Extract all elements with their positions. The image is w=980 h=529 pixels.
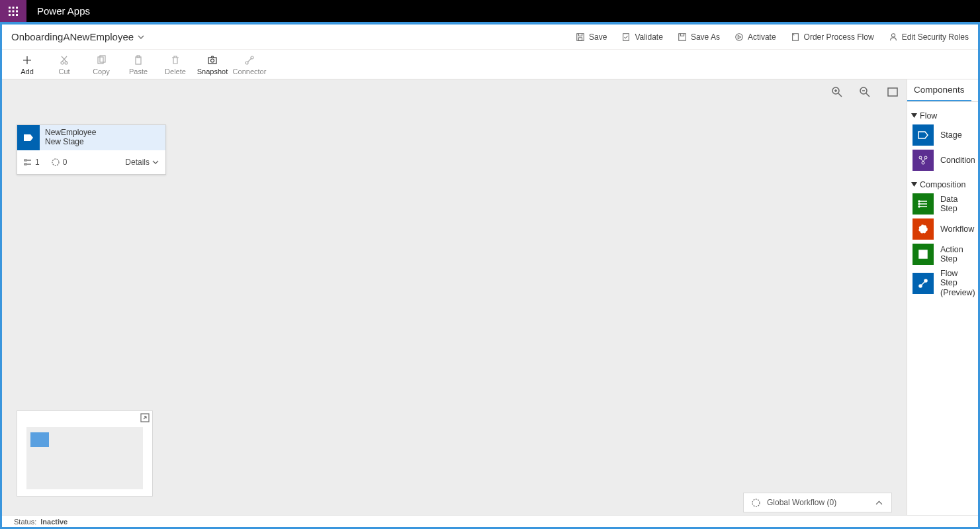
zoom-out-button[interactable] bbox=[859, 86, 871, 98]
snapshot-button[interactable]: Snapshot bbox=[194, 54, 231, 75]
app-title: Power Apps bbox=[26, 5, 101, 17]
stage-card[interactable]: NewEmployee New Stage 1 0 Details bbox=[17, 124, 166, 175]
svg-rect-12 bbox=[679, 33, 686, 40]
connector-icon bbox=[244, 55, 255, 66]
svg-rect-6 bbox=[9, 14, 11, 16]
component-stage-label: Stage bbox=[940, 130, 962, 140]
collapse-triangle-icon bbox=[911, 113, 917, 119]
add-label: Add bbox=[21, 68, 34, 75]
save-as-button[interactable]: Save As bbox=[678, 32, 720, 42]
minimap-expand-icon[interactable] bbox=[140, 413, 150, 422]
order-process-flow-button[interactable]: Order Process Flow bbox=[791, 32, 874, 42]
component-data-step[interactable]: Data Step bbox=[913, 193, 975, 215]
stage-titles: NewEmployee New Stage bbox=[40, 125, 165, 150]
component-stage[interactable]: Stage bbox=[913, 124, 975, 146]
activate-button[interactable]: Activate bbox=[735, 32, 776, 42]
save-button[interactable]: Save bbox=[576, 32, 607, 42]
component-condition-label: Condition bbox=[940, 156, 975, 165]
copy-button[interactable]: Copy bbox=[83, 54, 120, 75]
global-workflow-label: Global Workflow (0) bbox=[767, 498, 836, 507]
svg-rect-3 bbox=[9, 10, 11, 12]
section-flow-header[interactable]: Flow bbox=[911, 111, 975, 120]
copy-icon bbox=[96, 55, 107, 66]
security-icon bbox=[889, 32, 898, 42]
stage-icon bbox=[17, 125, 40, 150]
stage-card-footer: 1 0 Details bbox=[17, 150, 165, 174]
component-condition[interactable]: Condition bbox=[913, 150, 975, 171]
save-icon bbox=[576, 32, 585, 42]
stage-details-toggle[interactable]: Details bbox=[125, 158, 159, 167]
component-action-step[interactable]: Action Step bbox=[913, 244, 975, 265]
copy-label: Copy bbox=[93, 68, 110, 75]
components-panel: Components Pro Flow Stage Condition Comp… bbox=[907, 79, 978, 515]
data-step-component-icon bbox=[913, 193, 934, 215]
tab-properties[interactable]: Pro bbox=[971, 79, 978, 101]
svg-point-31 bbox=[52, 159, 59, 166]
workflow-icon bbox=[752, 499, 760, 507]
svg-rect-9 bbox=[577, 33, 584, 40]
component-action-step-label: Action Step bbox=[940, 245, 975, 264]
waffle-icon bbox=[9, 7, 18, 16]
designer-header: OnboardingANewEmployee Save Validate Sav… bbox=[2, 24, 978, 50]
minimap-viewport bbox=[26, 427, 143, 489]
plus-icon bbox=[22, 55, 32, 66]
svg-rect-20 bbox=[136, 57, 141, 64]
edit-security-roles-button[interactable]: Edit Security Roles bbox=[889, 32, 969, 42]
svg-point-40 bbox=[919, 225, 927, 233]
activate-label: Activate bbox=[748, 32, 776, 42]
stage-steps-count: 1 bbox=[24, 158, 40, 167]
svg-rect-30 bbox=[24, 164, 26, 165]
status-bar: Status: Inactive bbox=[2, 515, 978, 527]
cut-button[interactable]: Cut bbox=[46, 54, 83, 75]
process-name-dropdown[interactable]: OnboardingANewEmployee bbox=[11, 31, 144, 42]
zoom-in-button[interactable] bbox=[831, 86, 843, 98]
svg-point-37 bbox=[918, 201, 920, 202]
delete-icon bbox=[170, 55, 181, 66]
minimap-stage-marker bbox=[30, 432, 49, 447]
validate-button[interactable]: Validate bbox=[621, 32, 662, 42]
section-flow-label: Flow bbox=[920, 111, 937, 120]
svg-point-39 bbox=[918, 206, 920, 207]
snapshot-label: Snapshot bbox=[197, 68, 228, 75]
designer-toolbar: Add Cut Copy Paste Delete Snapshot Conne… bbox=[2, 50, 978, 79]
section-composition-header[interactable]: Composition bbox=[911, 180, 975, 189]
svg-rect-11 bbox=[623, 33, 629, 40]
component-workflow[interactable]: Workflow bbox=[913, 218, 975, 240]
condition-component-icon bbox=[913, 150, 934, 171]
chevron-up-icon bbox=[875, 499, 883, 507]
svg-point-34 bbox=[919, 156, 922, 159]
add-button[interactable]: Add bbox=[9, 54, 46, 75]
delete-button[interactable]: Delete bbox=[157, 54, 194, 75]
component-data-step-label: Data Step bbox=[940, 195, 975, 214]
delete-label: Delete bbox=[165, 68, 186, 75]
connector-button[interactable]: Connector bbox=[231, 54, 268, 75]
svg-point-15 bbox=[891, 33, 895, 36]
svg-point-38 bbox=[918, 203, 920, 205]
validate-label: Validate bbox=[635, 32, 662, 42]
minimap[interactable] bbox=[17, 410, 153, 497]
paste-icon bbox=[133, 55, 144, 66]
paste-label: Paste bbox=[129, 68, 148, 75]
component-workflow-label: Workflow bbox=[940, 224, 974, 234]
svg-rect-0 bbox=[9, 7, 11, 9]
cut-label: Cut bbox=[58, 68, 69, 75]
process-name-label: OnboardingANewEmployee bbox=[11, 31, 134, 42]
svg-rect-10 bbox=[578, 37, 582, 40]
svg-point-36 bbox=[922, 162, 924, 164]
svg-rect-4 bbox=[13, 10, 15, 12]
tab-components[interactable]: Components bbox=[907, 79, 971, 101]
designer-canvas[interactable]: NewEmployee New Stage 1 0 Details bbox=[2, 79, 907, 515]
designer-frame: OnboardingANewEmployee Save Validate Sav… bbox=[0, 22, 980, 529]
status-label: Status: bbox=[14, 518, 36, 526]
header-actions: Save Validate Save As Activate Order Pro… bbox=[576, 32, 969, 42]
order-label: Order Process Flow bbox=[804, 32, 874, 42]
paste-button[interactable]: Paste bbox=[120, 54, 157, 75]
snapshot-icon bbox=[207, 55, 218, 66]
fit-to-screen-button[interactable] bbox=[887, 86, 899, 98]
svg-point-33 bbox=[752, 499, 760, 506]
component-flow-step[interactable]: Flow Step (Preview) bbox=[913, 269, 975, 297]
svg-rect-29 bbox=[24, 160, 26, 161]
stage-workflows-count: 0 bbox=[52, 158, 67, 167]
global-workflow-panel[interactable]: Global Workflow (0) bbox=[743, 493, 892, 512]
app-launcher-button[interactable] bbox=[0, 0, 26, 22]
